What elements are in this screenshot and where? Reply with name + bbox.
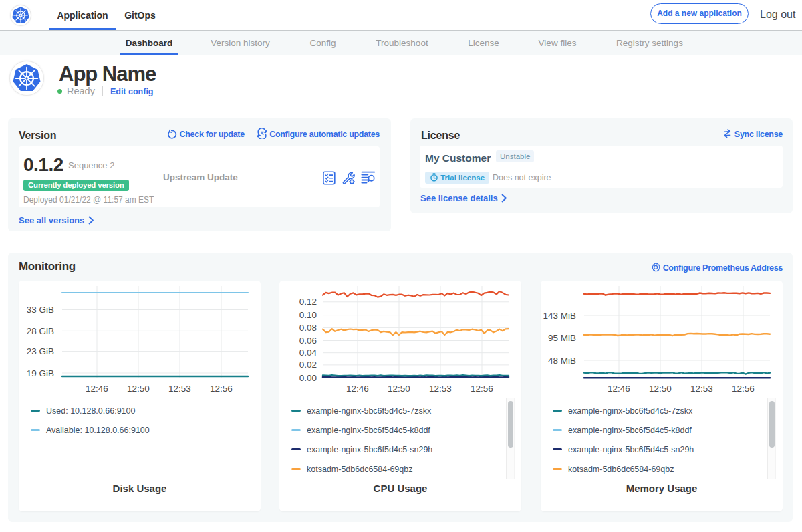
svg-text:12:53: 12:53 [429,384,452,394]
svg-text:95 MiB: 95 MiB [548,333,576,343]
svg-text:12:50: 12:50 [127,384,150,394]
svg-text:0.06: 0.06 [299,336,317,346]
svg-text:12:50: 12:50 [649,384,672,394]
svg-text:12:56: 12:56 [210,384,233,394]
svg-text:0.12: 0.12 [299,297,317,307]
svg-text:23 GiB: 23 GiB [27,346,54,356]
svg-text:0.08: 0.08 [299,323,317,333]
svg-text:33 GiB: 33 GiB [27,305,54,315]
svg-text:0.00: 0.00 [299,373,317,383]
svg-text:12:46: 12:46 [86,384,108,394]
svg-text:12:56: 12:56 [471,384,493,394]
svg-text:12:46: 12:46 [608,384,630,394]
svg-text:48 MiB: 48 MiB [548,356,576,366]
svg-text:19 GiB: 19 GiB [27,368,54,378]
svg-text:143 MiB: 143 MiB [543,311,576,321]
svg-text:12:53: 12:53 [168,384,191,394]
svg-text:0.10: 0.10 [299,310,317,320]
svg-text:12:56: 12:56 [732,384,755,394]
svg-text:28 GiB: 28 GiB [27,326,54,336]
svg-text:0.04: 0.04 [299,348,317,358]
svg-text:0.02: 0.02 [299,360,317,370]
svg-text:12:53: 12:53 [690,384,713,394]
svg-text:12:50: 12:50 [388,384,410,394]
svg-text:12:46: 12:46 [346,384,369,394]
